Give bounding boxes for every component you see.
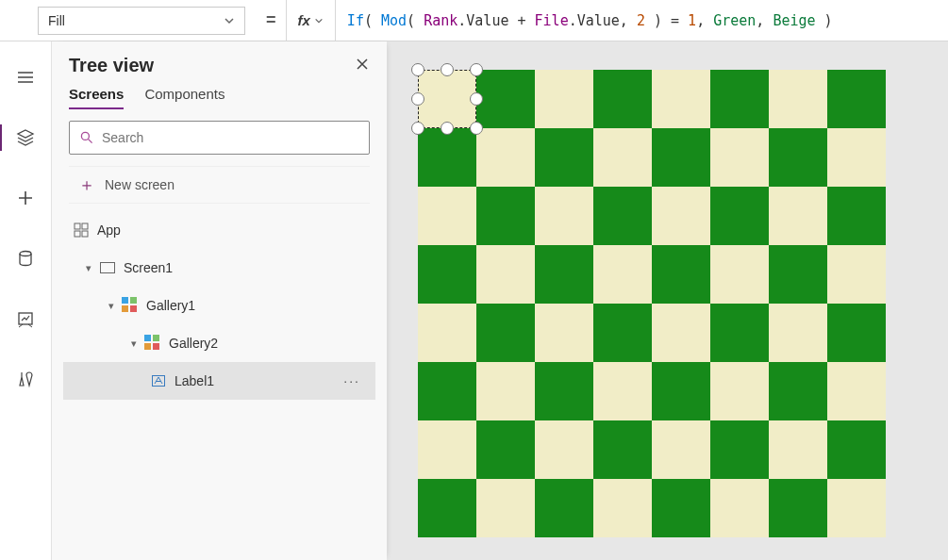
checkerboard <box>418 70 918 537</box>
board-cell <box>769 420 827 479</box>
board-cell <box>827 245 886 304</box>
chevron-down-icon[interactable]: ▾ <box>105 300 118 312</box>
rail-media[interactable] <box>7 300 44 338</box>
rail-menu[interactable] <box>7 58 44 96</box>
board-cell <box>476 304 535 362</box>
board-cell <box>535 128 593 187</box>
board-cell <box>418 362 476 420</box>
property-selector[interactable]: Fill <box>38 7 245 35</box>
formula-bar: Fill = fx If( Mod( Rank.Value + File.Val… <box>0 0 948 41</box>
new-screen-label: New screen <box>105 177 175 192</box>
board-cell <box>535 245 593 304</box>
board-cell <box>710 245 769 304</box>
tree-search[interactable] <box>69 121 370 155</box>
rail-insert[interactable] <box>7 179 44 217</box>
board-cell <box>827 362 886 420</box>
tree-node-screen1[interactable]: ▾ Screen1 <box>63 249 375 287</box>
board-cell <box>593 128 652 187</box>
board-cell <box>769 304 827 362</box>
board-cell <box>593 70 652 128</box>
board-cell <box>476 70 535 128</box>
board-cell <box>535 479 593 537</box>
board-cell <box>769 187 827 245</box>
canvas[interactable] <box>418 70 918 560</box>
layers-icon <box>16 128 35 147</box>
board-cell <box>769 362 827 420</box>
board-cell <box>827 479 886 537</box>
fx-button[interactable]: fx <box>286 0 335 41</box>
node-more-button[interactable]: ··· <box>343 373 360 388</box>
board-cell <box>593 304 652 362</box>
board-cell <box>418 70 476 128</box>
board-cell <box>476 420 535 479</box>
board-cell <box>652 304 710 362</box>
board-cell <box>827 187 886 245</box>
board-cell <box>476 128 535 187</box>
tree-node-label: Label1 <box>175 373 214 388</box>
board-cell <box>827 304 886 362</box>
board-cell <box>418 479 476 537</box>
panel-tabs: Screens Components <box>63 86 375 117</box>
svg-point-0 <box>20 252 31 256</box>
board-cell <box>710 479 769 537</box>
tree-panel: Tree view Screens Components ＋ New scree… <box>52 41 387 560</box>
chevron-down-icon[interactable]: ▾ <box>82 262 95 274</box>
hamburger-icon <box>16 68 35 87</box>
board-cell <box>593 362 652 420</box>
tab-components[interactable]: Components <box>144 86 225 109</box>
tab-screens[interactable]: Screens <box>69 86 124 109</box>
search-icon <box>79 130 94 145</box>
new-screen-button[interactable]: ＋ New screen <box>69 166 370 204</box>
tree-node-gallery2[interactable]: ▾ Gallery2 <box>63 324 375 362</box>
equals-sign: = <box>266 10 276 30</box>
board-cell <box>535 70 593 128</box>
board-cell <box>418 420 476 479</box>
tree-node-gallery1[interactable]: ▾ Gallery1 <box>63 287 375 324</box>
board-cell <box>710 70 769 128</box>
tree-node-app[interactable]: App <box>63 211 375 249</box>
plus-icon: ＋ <box>78 173 95 196</box>
board-cell <box>418 187 476 245</box>
plus-icon <box>16 189 35 207</box>
chevron-down-icon[interactable]: ▾ <box>127 338 141 350</box>
rail-data[interactable] <box>7 239 44 277</box>
board-cell <box>593 187 652 245</box>
board-cell <box>769 245 827 304</box>
board-cell <box>535 362 593 420</box>
svg-point-2 <box>81 132 89 140</box>
svg-rect-5 <box>75 231 80 237</box>
left-rail <box>0 41 52 560</box>
tree-node-label: App <box>97 222 121 238</box>
formula-input[interactable]: If( Mod( Rank.Value + File.Value, 2 ) = … <box>335 0 939 41</box>
board-cell <box>827 420 886 479</box>
board-cell <box>476 187 535 245</box>
board-cell <box>710 304 769 362</box>
board-cell <box>593 420 652 479</box>
search-input[interactable] <box>102 130 359 145</box>
board-cell <box>476 479 535 537</box>
tools-icon <box>16 370 35 388</box>
board-cell <box>652 128 710 187</box>
board-cell <box>710 187 769 245</box>
rail-treeview[interactable] <box>7 119 44 156</box>
board-cell <box>652 187 710 245</box>
tree-node-label1[interactable]: Label1 ··· <box>63 362 375 400</box>
close-icon[interactable] <box>355 57 370 74</box>
board-cell <box>827 128 886 187</box>
board-cell <box>652 245 710 304</box>
board-cell <box>652 362 710 420</box>
svg-rect-7 <box>101 263 115 273</box>
property-name: Fill <box>48 13 65 28</box>
tree-node-label: Gallery2 <box>169 336 218 351</box>
fx-icon: fx <box>298 12 310 28</box>
board-cell <box>710 362 769 420</box>
tree-node-label: Gallery1 <box>146 298 195 313</box>
board-cell <box>710 128 769 187</box>
app-icon <box>73 222 90 239</box>
board-cell <box>593 479 652 537</box>
rail-tools[interactable] <box>7 360 44 398</box>
board-cell <box>535 420 593 479</box>
media-icon <box>16 309 35 328</box>
board-cell <box>476 245 535 304</box>
svg-rect-6 <box>82 231 88 237</box>
